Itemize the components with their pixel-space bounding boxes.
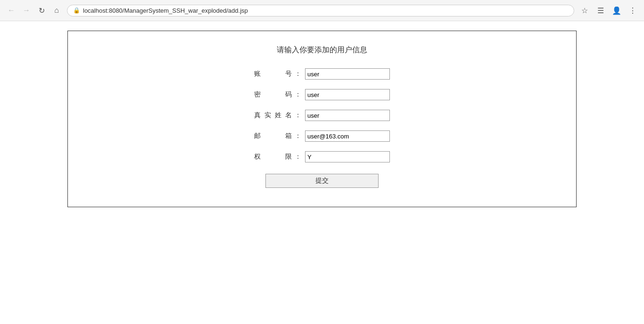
form-row-password: 密 码 ： bbox=[87, 89, 557, 100]
colon-email: ： bbox=[295, 132, 301, 140]
input-role[interactable] bbox=[305, 151, 390, 162]
forward-button[interactable]: → bbox=[20, 4, 33, 17]
reload-button[interactable]: ↻ bbox=[35, 4, 48, 17]
form-row-account: 账 号 ： bbox=[87, 68, 557, 80]
address-bar[interactable]: 🔒 bbox=[67, 5, 574, 16]
browser-toolbar: ← → ↻ ⌂ 🔒 ☆ ☰ 👤 ⋮ bbox=[0, 0, 644, 21]
account-button[interactable]: 👤 bbox=[610, 4, 623, 17]
form-row-email: 邮 箱 ： bbox=[87, 130, 557, 142]
submit-button[interactable]: 提交 bbox=[265, 174, 379, 188]
label-realname: 真实姓名 bbox=[254, 111, 292, 120]
input-realname[interactable] bbox=[305, 110, 390, 121]
toolbar-actions: ☆ ☰ 👤 ⋮ bbox=[578, 4, 639, 17]
page-content: 请输入你要添加的用户信息 账 号 ： 密 码 ： 真实姓名 ： 邮 箱 ： 权 bbox=[0, 21, 644, 324]
colon-role: ： bbox=[295, 153, 301, 161]
menu-button[interactable]: ⋮ bbox=[626, 4, 639, 17]
address-input[interactable] bbox=[83, 7, 568, 14]
colon-password: ： bbox=[295, 90, 301, 99]
bookmark-button[interactable]: ☆ bbox=[578, 4, 591, 17]
form-row-role: 权 限 ： bbox=[87, 151, 557, 162]
input-email[interactable] bbox=[305, 130, 390, 142]
label-role: 权 限 bbox=[254, 153, 292, 161]
input-account[interactable] bbox=[305, 68, 390, 80]
form-title: 请输入你要添加的用户信息 bbox=[87, 45, 557, 55]
form-container: 请输入你要添加的用户信息 账 号 ： 密 码 ： 真实姓名 ： 邮 箱 ： 权 bbox=[67, 31, 577, 207]
label-email: 邮 箱 bbox=[254, 132, 292, 140]
home-button[interactable]: ⌂ bbox=[50, 4, 63, 17]
browser-chrome: ← → ↻ ⌂ 🔒 ☆ ☰ 👤 ⋮ bbox=[0, 0, 644, 21]
input-password[interactable] bbox=[305, 89, 390, 100]
submit-row: 提交 bbox=[87, 174, 557, 188]
back-button[interactable]: ← bbox=[5, 4, 18, 17]
lock-icon: 🔒 bbox=[73, 7, 80, 14]
colon-realname: ： bbox=[295, 111, 301, 120]
label-password: 密 码 bbox=[254, 90, 292, 99]
extensions-button[interactable]: ☰ bbox=[594, 4, 607, 17]
label-account: 账 号 bbox=[254, 70, 292, 78]
form-row-realname: 真实姓名 ： bbox=[87, 110, 557, 121]
nav-buttons: ← → ↻ ⌂ bbox=[5, 4, 63, 17]
colon-account: ： bbox=[295, 70, 301, 78]
